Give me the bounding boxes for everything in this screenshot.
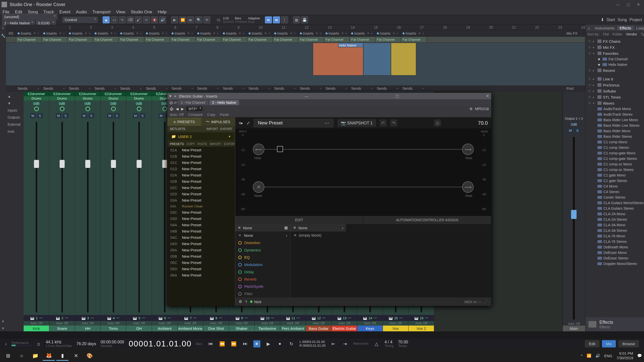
inserts-cell[interactable]: Inserts ▾ ＋ [401, 30, 427, 36]
grid-icon[interactable]: ▦ [284, 225, 288, 230]
range-tool[interactable]: ▭ [111, 16, 118, 23]
preset-folder[interactable]: 📁 USER 2 [168, 133, 234, 140]
fatchannel-cell[interactable]: Fat Channel [16, 37, 42, 42]
browser-tree[interactable]: ☆▸FX Chains☆▸Mix FX☆▾Favorites★ Fat Chan… [585, 37, 644, 317]
category-dynamics[interactable]: Dynamics [235, 246, 290, 254]
fatchannel-cell[interactable]: Fat Channel [350, 37, 375, 42]
listen-tool[interactable]: 🔊 [159, 16, 166, 23]
performance-meter[interactable]: Performance [12, 341, 32, 346]
timeline-ruler[interactable]: 123456789101112131415161718192021222324 [6, 25, 585, 30]
tree-plugin[interactable]: C1 comp-sc Mono [585, 161, 644, 167]
snapshot-selector[interactable]: 📷 SNAPSHOT 1 [337, 119, 376, 127]
mixer-section-instr.[interactable]: Instr. [7, 129, 23, 134]
tree-folder[interactable]: ☆▸Line 6 [585, 76, 644, 82]
tree-plugin[interactable]: DeBreath Mono [585, 244, 644, 250]
sends-cell[interactable]: Sends ＋ [144, 86, 170, 91]
preset-list[interactable]: 01ANew Preset01BNew Preset01CNew Preset0… [167, 147, 235, 306]
sends-cell[interactable]: Sends ＋ [119, 86, 144, 91]
output-node-top[interactable]: ⟶ [462, 144, 474, 155]
clip-bass[interactable] [313, 43, 363, 75]
inserts-cell[interactable]: Inserts ▾ ＋ [42, 30, 67, 36]
rewind[interactable]: ⏪ [219, 340, 226, 347]
redo-button[interactable]: ↷ [390, 119, 397, 126]
sends-cell[interactable]: Sends ＋ [350, 86, 375, 91]
presets-tab[interactable]: ≡ PRESETS [167, 117, 201, 126]
solo-button[interactable]: S [89, 113, 94, 118]
tree-plugin[interactable]: C1 comp Stereo [585, 145, 644, 150]
close-empty-icon[interactable]: ✕ [294, 233, 297, 237]
draw-tool[interactable]: ✎ [119, 16, 126, 23]
tree-folder[interactable]: ☆▾Waves [585, 100, 644, 106]
close-sub-icon[interactable]: ✕ [293, 225, 296, 230]
volume-icon[interactable]: 🔊 [595, 353, 600, 358]
inserts-cell[interactable]: Inserts ▾ ＋ [375, 30, 401, 36]
pan-knob[interactable] [137, 107, 141, 111]
tree-plugin[interactable]: CLA-76 Stereo [585, 239, 644, 244]
tree-plugin[interactable]: DeEsser Mono [585, 250, 644, 255]
time-display[interactable]: 00001.01.01.00 [129, 339, 191, 348]
fatchannel-cell[interactable]: Fat Channel [273, 37, 298, 42]
sort-vendor[interactable]: Vendor [626, 32, 637, 36]
bpm-display[interactable]: 70.0 [478, 120, 488, 126]
tree-plugin[interactable]: CLA-2A Stereo [585, 217, 644, 222]
preroll-icon[interactable]: ⇤ [330, 340, 337, 347]
timebase-display[interactable]: BarsTimebase [235, 17, 247, 23]
tree-plugin[interactable]: AudioTrack Mono [585, 106, 644, 112]
add-icon[interactable]: ＋ [173, 94, 177, 99]
snap-display[interactable]: AdaptiveSnap [248, 17, 260, 23]
menu-icon[interactable]: ≡▸ [239, 121, 243, 125]
sends-cell[interactable]: Sends ＋ [375, 86, 401, 91]
inserts-cell[interactable]: Inserts ▾ ＋ [170, 30, 196, 36]
clip-helix[interactable]: Helix Native [338, 43, 363, 47]
tree-plugin[interactable]: C4 Mono [585, 184, 644, 189]
sends-cell[interactable]: Sends ＋ [324, 86, 350, 91]
cortana-button[interactable]: ○ [16, 351, 28, 361]
sends-cell[interactable]: Sends ＋ [93, 86, 119, 91]
goto-end[interactable]: ⏭ [242, 340, 249, 347]
close-task-icon[interactable]: ✕ [70, 351, 82, 361]
tree-folder[interactable]: ☆▸Recent [585, 67, 644, 73]
sends-cell[interactable]: Sends ＋ [401, 86, 427, 91]
impulses-tab[interactable]: 〜 IMPULSES [201, 117, 235, 126]
metronome-button[interactable]: △ [373, 340, 380, 347]
tree-plugin[interactable]: C1 comp-gate Stereo [585, 156, 644, 161]
preset-item[interactable]: 05DNew Preset [167, 266, 235, 272]
tray-chevron-icon[interactable]: ^ [581, 354, 583, 358]
plugin-close[interactable]: ✕ [486, 94, 489, 98]
pin-icon[interactable]: ▾ [169, 94, 171, 98]
tree-plugin[interactable]: CLA Guitars Stereo [585, 206, 644, 211]
tree-plugin[interactable]: Bass Rider Mono [585, 128, 644, 134]
tree-plugin[interactable]: Bass Rider Live Mono [585, 117, 644, 123]
preset-item[interactable]: 01DNew Preset [167, 166, 235, 172]
save-button[interactable]: 💾 [301, 16, 308, 23]
menu-help[interactable]: Help [158, 10, 167, 15]
fast-forward[interactable]: ⏩ [230, 340, 237, 347]
preset-item[interactable]: 04ANew Preset [167, 222, 235, 228]
snap-toggle[interactable]: ┆ [281, 16, 288, 23]
tempo-icon[interactable]: ◷ [434, 119, 441, 126]
fatchannel-cell[interactable]: Fat Channel [93, 37, 119, 42]
solo-button[interactable]: S [63, 113, 68, 118]
tree-folder[interactable]: ☆▸PreSonus [585, 82, 644, 88]
channel-label[interactable]: Snare [49, 326, 75, 331]
notifications-icon[interactable]: 💬 [637, 353, 642, 358]
page-song[interactable]: Song [618, 18, 627, 22]
snap-tool[interactable]: ⟲ [203, 16, 210, 23]
input-none-node[interactable]: ✕ [253, 181, 264, 193]
solo-button[interactable]: S [37, 113, 43, 118]
studioone-icon[interactable]: ▮ [56, 351, 68, 361]
plugin-maximize[interactable]: ▢ [395, 94, 399, 98]
fatchannel-cell[interactable]: Fat Channel [67, 37, 93, 42]
paint-icon[interactable]: 🎨 [84, 351, 96, 361]
tree-plugin[interactable]: CLA-76 Mono [585, 233, 644, 239]
clip-vox[interactable] [391, 43, 416, 75]
category-modulation[interactable]: Modulation [235, 261, 290, 268]
start-button[interactable]: ⊞ [2, 351, 14, 361]
fatchannel-cell[interactable]: Fat Channel [401, 37, 427, 42]
signal-canvas[interactable]: INPUT MAIN 0-12-24-36-48-60 0-12-24-36-4… [235, 128, 491, 216]
tree-plugin[interactable]: CLA-3A Mono [585, 222, 644, 228]
sends-cell[interactable]: Sends ＋ [16, 86, 42, 91]
fatchannel-cell[interactable]: Fat Channel [170, 37, 196, 42]
track-selector[interactable]: (unused) [2, 14, 57, 20]
browser-tab[interactable]: Effects [617, 26, 634, 30]
